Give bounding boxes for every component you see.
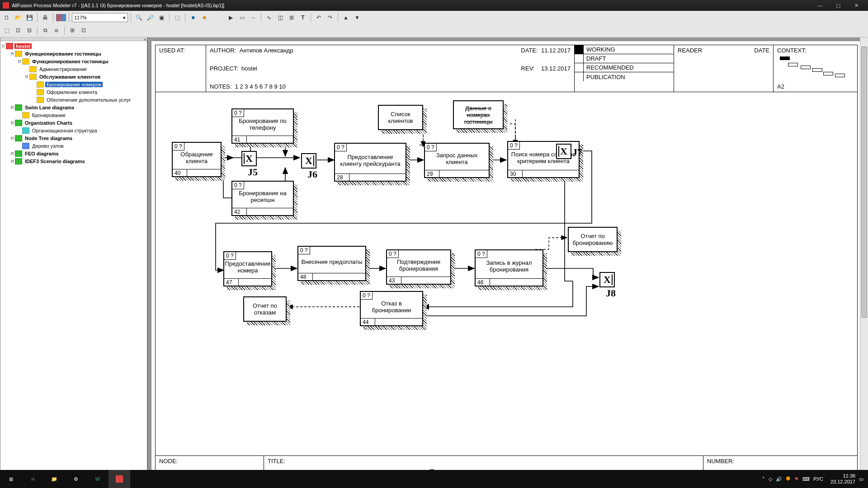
toolbar-area: 🗋 📂 💾 🖶 117%▾ 🔍 🔎 ▣ ⬚ ■ ■ ▶ ▭ → ∿ ◫ ⊞ T … xyxy=(0,11,868,38)
taskview-icon[interactable]: ⑁ xyxy=(22,470,43,488)
junction-label: J6 xyxy=(307,169,317,180)
tree-item[interactable]: Бронирование номеров xyxy=(0,80,147,88)
diagram-body[interactable]: 0 ? Обращение клиента 40 0 ? Бронировани… xyxy=(156,92,857,455)
uob-b46[interactable]: 0 ? Запись в журнал бронирования 46 xyxy=(475,249,543,286)
windows-taskbar: ⊞ ⑁ 📁 ⚙ W ˄ ◇ 🔊 ⛊ ⚑ ⌨ РУС 11:3623.12.201… xyxy=(0,470,868,488)
referent-r3[interactable]: Отчет по бронированию xyxy=(568,227,618,252)
report2-icon[interactable]: ⊡ xyxy=(13,25,23,35)
junction-j7[interactable]: X xyxy=(556,144,571,159)
vertical-scrollbar[interactable] xyxy=(860,38,868,488)
tree-item[interactable]: Бронирование xyxy=(0,111,147,119)
tree-item[interactable]: Обеспечение дополнительных услуг xyxy=(0,96,147,103)
keyboard-icon[interactable]: ⌨ xyxy=(802,476,810,482)
junction-j8[interactable]: X xyxy=(599,272,615,287)
tree-item[interactable]: ⊟IDEF3 Scenario diagrams xyxy=(0,157,147,165)
junction-j5[interactable]: X xyxy=(241,151,257,166)
referent-r2[interactable]: Данные о номерах гостиницы xyxy=(453,100,504,129)
tree-item[interactable]: ⊟Node Tree diagrams xyxy=(0,134,147,142)
undo-icon[interactable]: ↶ xyxy=(314,13,324,23)
uob-b28[interactable]: 0 ? Предоставление клиенту прейскуранта … xyxy=(334,143,406,182)
open-icon[interactable]: 📂 xyxy=(13,13,23,23)
model-tree[interactable]: ⊟hostel⊟Функционирование гостиницы⊟Функц… xyxy=(0,41,147,477)
uob-b41[interactable]: 0 ? Бронирование по телефону 41 xyxy=(231,108,294,144)
clock[interactable]: 11:3623.12.2017 xyxy=(830,473,855,485)
tree-item[interactable]: Администрирование xyxy=(0,65,147,73)
report4-icon[interactable]: ⧉ xyxy=(40,25,50,35)
uob-b29[interactable]: 0 ? Запрос данных клиента 29 xyxy=(424,143,490,178)
save-icon[interactable]: 💾 xyxy=(24,13,34,23)
diagram-header: USED AT: AUTHOR: Антипов Александр DATE:… xyxy=(156,45,857,92)
model-icon[interactable]: ■ xyxy=(199,13,209,23)
referent-r4[interactable]: Отчет по отказам xyxy=(243,296,287,322)
uob-b48[interactable]: 0 ? Внесение предоплаты 48 xyxy=(297,246,366,281)
junction-label: J7 xyxy=(572,146,582,158)
report5-icon[interactable]: ⧈ xyxy=(52,25,61,35)
bpwin-task-icon[interactable] xyxy=(108,470,130,488)
start-button[interactable]: ⊞ xyxy=(0,470,22,488)
junction-icon[interactable]: ⊞ xyxy=(287,13,297,23)
uob-b44[interactable]: 0 ? Отказ в бронировании 44 xyxy=(360,291,423,326)
ref-icon[interactable]: ◫ xyxy=(275,13,285,23)
dict-icon[interactable]: ■ xyxy=(188,13,198,23)
app-icon xyxy=(3,2,9,9)
junction-j6[interactable]: X xyxy=(301,153,316,169)
diagram-canvas[interactable]: USED AT: AUTHOR: Антипов Александр DATE:… xyxy=(147,38,868,488)
print-icon[interactable]: 🖶 xyxy=(40,13,50,23)
referent-r1[interactable]: Список клиентов xyxy=(378,105,423,130)
network-icon[interactable]: ◇ xyxy=(769,476,772,482)
tree-root[interactable]: ⊟hostel xyxy=(0,42,147,50)
panel-grip[interactable]: × xyxy=(0,38,147,41)
zoom-in-icon[interactable]: 🔍 xyxy=(134,13,144,23)
uob-b40[interactable]: 0 ? Обращение клиента 40 xyxy=(172,142,222,177)
model-explorer: × ⊟hostel⊟Функционирование гостиницы⊟Фун… xyxy=(0,38,147,488)
junction-label: J8 xyxy=(606,287,616,299)
zoom-combo[interactable]: 117%▾ xyxy=(72,13,128,22)
tree-item[interactable]: ⊟Organization Charts xyxy=(0,119,147,127)
report6-icon[interactable]: ⊞ xyxy=(67,25,77,35)
tree-item[interactable]: ⊟Обслуживание клиентов xyxy=(0,73,147,80)
zoom-fit-icon[interactable]: ▣ xyxy=(156,13,166,23)
nav-icon[interactable]: ⬚ xyxy=(172,13,182,23)
palette-icon[interactable] xyxy=(56,14,66,21)
chevron-up-icon[interactable]: ˄ xyxy=(762,476,765,482)
tree-item[interactable]: ⊟Функционирование гостиницы xyxy=(0,50,147,57)
settings-icon[interactable]: ⚙ xyxy=(65,470,87,488)
tree-item[interactable]: Дерево узлов xyxy=(0,142,147,150)
activity-icon[interactable]: ▭ xyxy=(237,13,247,23)
report7-icon[interactable]: ⊡ xyxy=(79,25,89,35)
explorer-icon[interactable]: 📁 xyxy=(43,470,65,488)
window-title: AllFusion Process Modeler r7 - [(A2.1.1 … xyxy=(12,3,811,8)
down-icon[interactable]: ▼ xyxy=(352,13,362,23)
main-area: × ⊟hostel⊟Функционирование гостиницы⊟Фун… xyxy=(0,38,868,488)
flag-icon[interactable]: ⚑ xyxy=(794,476,799,482)
title-bar: AllFusion Process Modeler r7 - [(A2.1.1 … xyxy=(0,0,868,11)
tree-item[interactable]: ⊟Swim Lane diagrams xyxy=(0,103,147,111)
arrow-icon[interactable]: → xyxy=(248,13,258,23)
maximize-button[interactable]: ▢ xyxy=(829,0,847,11)
uob-b43[interactable]: 0 ? Подтверждение бронирования 43 xyxy=(386,249,451,285)
volume-icon[interactable]: 🔊 xyxy=(776,476,782,482)
tree-item[interactable]: Оформление клиента xyxy=(0,88,147,96)
shield-icon[interactable]: ⛊ xyxy=(786,476,791,482)
up-icon[interactable]: ▲ xyxy=(341,13,351,23)
text-icon[interactable]: T xyxy=(298,13,308,23)
pointer-icon[interactable]: ▶ xyxy=(226,13,236,23)
minimize-button[interactable]: — xyxy=(811,0,829,11)
squiggle-icon[interactable]: ∿ xyxy=(264,13,274,23)
lang-indicator[interactable]: РУС xyxy=(813,476,823,482)
word-icon[interactable]: W xyxy=(87,470,108,488)
system-tray[interactable]: ˄ ◇ 🔊 ⛊ ⚑ ⌨ РУС 11:3623.12.2017 ▭ xyxy=(762,473,868,485)
notifications-icon[interactable]: ▭ xyxy=(859,476,863,482)
tree-item[interactable]: ⊟FEO diagrams xyxy=(0,150,147,157)
tree-item[interactable]: ⊟Функционирование гостиницы xyxy=(0,57,147,65)
uob-b47[interactable]: 0 ? Предоставление номера 47 xyxy=(223,251,272,286)
new-icon[interactable]: 🗋 xyxy=(2,13,12,23)
diagram-page: USED AT: AUTHOR: Антипов Александр DATE:… xyxy=(151,41,861,488)
uob-b42[interactable]: 0 ? Бронирование на ресепшн 42 xyxy=(231,181,294,216)
redo-icon[interactable]: ↷ xyxy=(325,13,335,23)
tree-item[interactable]: Организационная структура xyxy=(0,127,147,134)
close-button[interactable]: ✕ xyxy=(847,0,865,11)
report1-icon[interactable]: ⬚ xyxy=(2,25,12,35)
report3-icon[interactable]: ⊟ xyxy=(24,25,34,35)
zoom-out-icon[interactable]: 🔎 xyxy=(145,13,155,23)
